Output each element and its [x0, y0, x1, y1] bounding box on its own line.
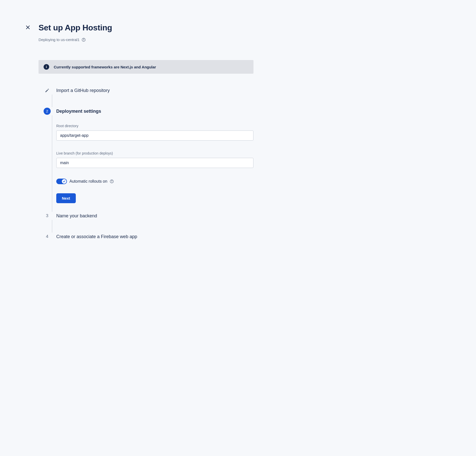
svg-point-3 [112, 182, 112, 183]
next-button[interactable]: Next [56, 193, 76, 203]
info-icon: i [44, 64, 49, 70]
root-directory-input[interactable] [56, 130, 253, 141]
step-number: 3 [44, 212, 51, 219]
step-firebase-app[interactable]: 4 Create or associate a Firebase web app [44, 233, 253, 240]
info-banner: i Currently supported frameworks are Nex… [39, 60, 253, 74]
step-deployment-settings: 2 Deployment settings [44, 108, 253, 115]
automatic-rollouts-toggle[interactable] [56, 179, 67, 184]
region-help-button[interactable] [82, 38, 86, 42]
step-title: Name your backend [56, 213, 97, 219]
live-branch-label: Live branch (for production deploys) [56, 151, 253, 155]
close-icon [25, 25, 30, 30]
svg-point-1 [83, 40, 84, 41]
step-import-repository[interactable]: Import a GitHub repository [44, 87, 253, 94]
deploy-region-text: Deploying to us-central1 [39, 37, 80, 42]
step-number-badge: 2 [44, 108, 51, 115]
step-title: Import a GitHub repository [56, 88, 110, 93]
help-circle-icon [82, 38, 86, 42]
info-banner-text: Currently supported frameworks are Next.… [54, 65, 156, 69]
step-title: Deployment settings [56, 109, 101, 114]
help-circle-icon [110, 179, 114, 183]
rollouts-help-button[interactable] [110, 179, 114, 183]
step-name-backend[interactable]: 3 Name your backend [44, 212, 253, 219]
automatic-rollouts-label: Automatic rollouts on [69, 179, 107, 184]
page-title: Set up App Hosting [39, 23, 112, 32]
live-branch-input[interactable] [56, 158, 253, 168]
step-title: Create or associate a Firebase web app [56, 234, 137, 239]
step-number: 4 [44, 233, 51, 240]
close-button[interactable] [25, 23, 30, 30]
check-icon [63, 180, 66, 183]
pencil-icon [44, 87, 51, 94]
root-directory-label: Root directory [56, 124, 253, 128]
